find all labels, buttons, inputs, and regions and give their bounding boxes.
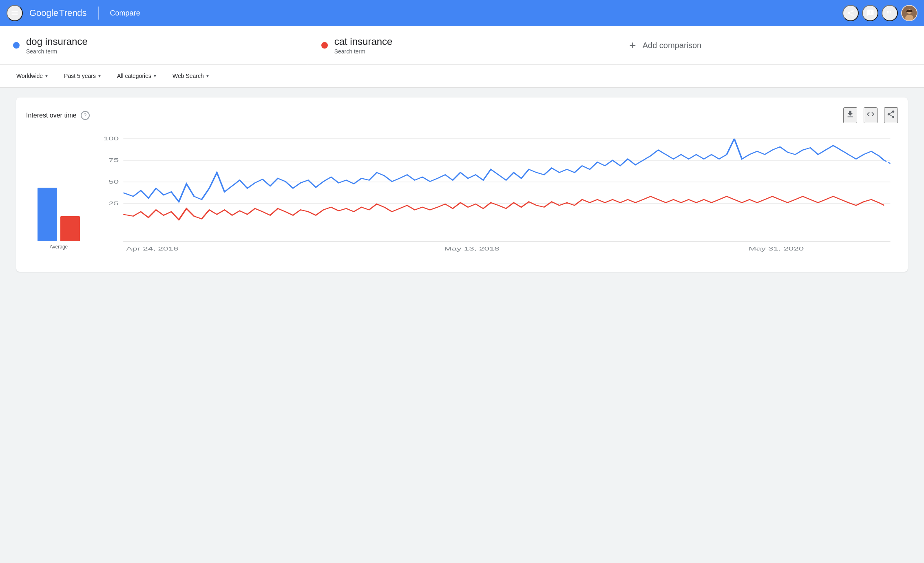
add-comparison-label: Add comparison <box>643 41 702 50</box>
term-2-dot <box>321 42 328 49</box>
add-comparison-button[interactable]: + Add comparison <box>616 26 924 64</box>
svg-text:100: 100 <box>104 135 119 142</box>
chart-sidebar: Average <box>26 130 91 262</box>
chart-svg: 100 75 50 25 Apr 24, 2016 May 13, 2018 <box>91 130 898 260</box>
download-button[interactable] <box>843 107 857 123</box>
interest-over-time-card: Interest over time ? <box>16 98 908 272</box>
avatar[interactable] <box>901 5 917 21</box>
svg-text:Apr 24, 2016: Apr 24, 2016 <box>126 245 178 251</box>
cat-insurance-line <box>123 196 884 219</box>
svg-line-12 <box>884 160 890 164</box>
feedback-button[interactable] <box>862 5 878 21</box>
svg-text:May 31, 2020: May 31, 2020 <box>749 245 804 251</box>
location-label: Worldwide <box>16 73 43 79</box>
term-1-type: Search term <box>26 48 88 55</box>
logo: Google Trends <box>29 8 87 18</box>
header-compare-label: Compare <box>110 9 140 18</box>
term-2-info: cat insurance Search term <box>334 36 393 55</box>
card-header: Interest over time ? <box>26 107 898 123</box>
term-1-info: dog insurance Search term <box>26 36 88 55</box>
svg-text:50: 50 <box>108 179 119 185</box>
svg-text:75: 75 <box>108 157 119 163</box>
header: Google Trends Compare <box>0 0 924 26</box>
search-term-2[interactable]: cat insurance Search term <box>308 26 617 64</box>
header-divider <box>98 7 99 20</box>
dog-insurance-line <box>123 139 884 202</box>
svg-text:25: 25 <box>108 200 119 206</box>
card-title-area: Interest over time ? <box>26 111 90 120</box>
filters-bar: Worldwide ▾ Past 5 years ▾ All categorie… <box>0 65 924 88</box>
apps-button[interactable] <box>882 5 898 21</box>
categories-filter[interactable]: All categories ▾ <box>111 69 163 82</box>
term-2-type: Search term <box>334 48 393 55</box>
term-2-name: cat insurance <box>334 36 393 47</box>
embed-button[interactable] <box>864 107 878 123</box>
time-range-label: Past 5 years <box>64 73 96 79</box>
card-actions <box>843 107 898 123</box>
chart-container: Average 100 75 50 25 <box>26 130 898 262</box>
bar-dog-insurance <box>38 188 57 241</box>
bar-cat-insurance <box>60 216 80 241</box>
term-1-dot <box>13 42 20 49</box>
bar-chart-label: Average <box>50 244 68 250</box>
search-type-chevron: ▾ <box>206 73 209 79</box>
categories-chevron: ▾ <box>154 73 156 79</box>
location-chevron: ▾ <box>45 73 48 79</box>
header-icons <box>842 5 917 21</box>
search-type-label: Web Search <box>172 73 204 79</box>
share-button[interactable] <box>842 5 859 21</box>
logo-google: Google <box>29 8 58 18</box>
location-filter[interactable]: Worldwide ▾ <box>10 69 54 82</box>
search-type-filter[interactable]: Web Search ▾ <box>166 69 215 82</box>
main-content: Interest over time ? <box>0 88 924 282</box>
card-title: Interest over time <box>26 112 77 119</box>
time-range-chevron: ▾ <box>98 73 101 79</box>
menu-button[interactable] <box>7 5 23 21</box>
search-term-1[interactable]: dog insurance Search term <box>0 26 308 64</box>
chart-main: 100 75 50 25 Apr 24, 2016 May 13, 2018 <box>91 130 898 262</box>
bar-chart-area <box>38 175 80 241</box>
help-icon[interactable]: ? <box>81 111 90 120</box>
time-range-filter[interactable]: Past 5 years ▾ <box>57 69 107 82</box>
term-1-name: dog insurance <box>26 36 88 47</box>
categories-label: All categories <box>117 73 151 79</box>
logo-trends: Trends <box>59 8 87 18</box>
search-terms-bar: dog insurance Search term cat insurance … <box>0 26 924 65</box>
share-chart-button[interactable] <box>884 107 898 123</box>
plus-icon: + <box>629 39 636 52</box>
svg-text:May 13, 2018: May 13, 2018 <box>444 245 500 251</box>
